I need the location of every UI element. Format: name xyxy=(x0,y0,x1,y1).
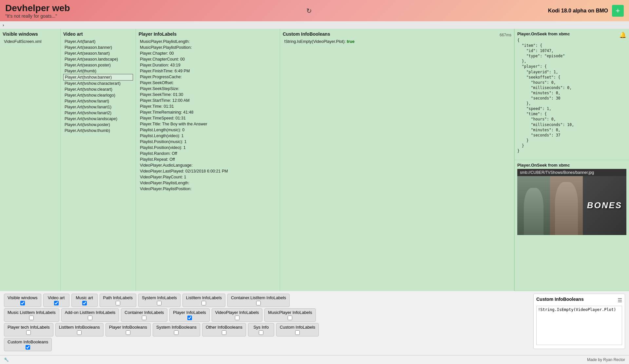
tab-row: Music ListItem InfoLabelsAdd-on ListItem… xyxy=(4,308,319,322)
video-art-item[interactable]: Player.Art(fanart) xyxy=(63,39,133,45)
player-infolabels-item[interactable]: Player.Duration: 43:19 xyxy=(139,62,277,68)
player-infolabels-item[interactable]: VideoPlayer.AudioLanguage: xyxy=(139,162,277,168)
tab-sys-info-checkbox[interactable] xyxy=(259,330,263,335)
tab-system-infobooleans[interactable]: System InfoBooleans xyxy=(153,323,200,337)
tab-musicplayer-infolabels[interactable]: MusicPlayer InfoLabels xyxy=(264,308,315,322)
custom-infobooleans-title: Custom InfoBooleans xyxy=(283,31,330,37)
tab-player-infobooleans-checkbox[interactable] xyxy=(126,330,130,335)
video-art-item[interactable]: Player.Art(season.poster) xyxy=(63,62,133,68)
player-infolabels-item[interactable]: Player.TimeSpeed: 01:31 xyxy=(139,115,277,121)
tab-path-infolabels-checkbox[interactable] xyxy=(116,301,120,305)
tab-container-listitem-infolabels[interactable]: Container.ListItem InfoLabels xyxy=(227,294,290,307)
tab-music-listitem-infolabels[interactable]: Music ListItem InfoLabels xyxy=(4,308,59,322)
tab-listitem-infolabels[interactable]: ListItem InfoLabels xyxy=(182,294,225,307)
tab-videoplayer-infolabels-checkbox[interactable] xyxy=(235,316,239,320)
tab-custom-infolabels-checkbox[interactable] xyxy=(295,330,300,335)
tab-music-art-checkbox[interactable] xyxy=(82,301,87,305)
video-art-item[interactable]: Player.Art(tvshow.fanart1) xyxy=(63,104,133,110)
player-infolabels-item[interactable]: Playlist.Length(video): 1 xyxy=(139,133,277,139)
tab-addon-listitem-infolabels-checkbox[interactable] xyxy=(88,316,92,320)
tab-sys-info[interactable]: Sys Info xyxy=(248,323,274,337)
visible-windows-title: Visible windows xyxy=(3,31,58,37)
player-infolabels-item[interactable]: VideoPlayer.PlayCount: 1 xyxy=(139,174,277,180)
tab-player-infolabels[interactable]: Player InfoLabels xyxy=(169,308,209,322)
bell-icon[interactable]: 🔔 xyxy=(619,31,626,39)
tab-custom-infobooleans[interactable]: Custom InfoBooleans xyxy=(4,338,52,351)
video-art-item[interactable]: Player.Art(tvshow.landscape) xyxy=(63,116,133,122)
char-body-2 xyxy=(555,182,578,235)
tab-videoplayer-infolabels[interactable]: VideoPlayer InfoLabels xyxy=(212,308,262,322)
app-subtitle: "It's not really for goats..." xyxy=(5,13,70,19)
tab-system-infolabels[interactable]: System InfoLabels xyxy=(138,294,181,307)
player-infolabels-item[interactable]: Playlist.Length(music): 0 xyxy=(139,127,277,133)
player-infolabels-item[interactable]: VideoPlayer.LastPlayed: 02/13/2018 6:00:… xyxy=(139,168,277,174)
video-art-item[interactable]: Player.Art(tvshow.fanart) xyxy=(63,98,133,104)
tab-video-art[interactable]: Video art xyxy=(43,294,69,307)
tab-listitem-infolabels-checkbox[interactable] xyxy=(201,301,206,305)
player-infolabels-item[interactable]: Player.ProgressCache: xyxy=(139,74,277,80)
player-infolabels-item[interactable]: VideoPlayer.PlaylistLength: xyxy=(139,180,277,186)
player-infolabels-item[interactable]: MusicPlayer.PlaylistLength: xyxy=(139,39,277,45)
tab-path-infolabels[interactable]: Path InfoLabels xyxy=(100,294,136,307)
player-infolabels-item[interactable]: Playlist.Position(music): 1 xyxy=(139,139,277,145)
tab-other-infobooleans[interactable]: Other InfoBooleans xyxy=(202,323,246,337)
player-infolabels-item[interactable]: Player.SeekStepSize: xyxy=(139,86,277,92)
video-art-item[interactable]: Player.Art(thumb) xyxy=(63,68,133,74)
video-art-item[interactable]: Player.Art(tvshow.poster) xyxy=(63,122,133,128)
tab-player-infobooleans[interactable]: Player InfoBooleans xyxy=(105,323,151,337)
video-art-item[interactable]: Player.Art(tvshow.clearlogo) xyxy=(63,92,133,98)
add-button[interactable]: + xyxy=(612,5,624,17)
player-infolabels-item[interactable]: Player.Chapter: 00 xyxy=(139,50,277,56)
refresh-icon[interactable]: ↻ xyxy=(306,7,312,15)
tab-container-listitem-infolabels-checkbox[interactable] xyxy=(256,301,261,305)
player-infolabels-item[interactable]: Playlist.Repeat: Off xyxy=(139,156,277,162)
tab-music-art[interactable]: Music art xyxy=(71,294,98,307)
filter-icon[interactable]: ☰ xyxy=(618,297,622,303)
cib-textarea[interactable]: !String.IsEmpty(VideoPlayer.Plot) xyxy=(536,306,622,345)
video-art-item[interactable]: Player.Art(tvshow.banner) xyxy=(63,74,133,81)
player-infolabels-item[interactable]: Playlist.Random: Off xyxy=(139,151,277,156)
player-infolabels-item[interactable]: Player.SeekTime: 01:30 xyxy=(139,92,277,98)
tab-music-listitem-infolabels-checkbox[interactable] xyxy=(29,316,34,320)
tab-custom-infobooleans-checkbox[interactable] xyxy=(26,345,30,350)
tab-listitem-infobooleans-checkbox[interactable] xyxy=(77,330,82,335)
video-art-item[interactable]: Player.Art(tvshow.fanart2) xyxy=(63,110,133,116)
infobooleans-value: true xyxy=(347,39,355,44)
video-art-item[interactable]: Player.Art(tvshow.clearart) xyxy=(63,86,133,92)
tab-player-tech-infolabels-checkbox[interactable] xyxy=(26,330,31,335)
player-infolabels-item[interactable]: Playlist.Position(video): 1 xyxy=(139,145,277,151)
player-infolabels-item[interactable]: Player.Title: The Boy with the Answer xyxy=(139,121,277,127)
player-infolabels-item[interactable]: MusicPlayer.PlaylistPosition: xyxy=(139,45,277,50)
tab-visible-windows-checkbox[interactable] xyxy=(20,301,25,305)
tab-other-infobooleans-checkbox[interactable] xyxy=(222,330,226,335)
video-art-item[interactable]: Player.Art(tvshow.thumb) xyxy=(63,128,133,134)
player-infolabels-item[interactable]: Player.ChapterCount: 00 xyxy=(139,56,277,62)
tab-system-infolabels-checkbox[interactable] xyxy=(157,301,162,305)
tab-label: System InfoLabels xyxy=(142,295,177,300)
tab-video-art-checkbox[interactable] xyxy=(54,301,59,305)
tab-visible-windows[interactable]: Visible windows xyxy=(4,294,41,307)
tab-player-tech-infolabels[interactable]: Player tech InfoLabels xyxy=(4,323,53,337)
tab-container-infolabels[interactable]: Container InfoLabels xyxy=(121,308,167,322)
tab-musicplayer-infolabels-checkbox[interactable] xyxy=(288,316,292,320)
player-infolabels-item[interactable]: Player.Time: 01:31 xyxy=(139,103,277,109)
player-infolabels-item[interactable]: Player.SeekOffset: xyxy=(139,80,277,86)
visible-windows-item[interactable]: VideoFullScreen.xml xyxy=(3,39,58,45)
tab-player-infolabels-checkbox[interactable] xyxy=(187,316,192,320)
tab-system-infobooleans-checkbox[interactable] xyxy=(174,330,179,335)
video-art-item[interactable]: Player.Art(season.banner) xyxy=(63,45,133,50)
tab-addon-listitem-infolabels[interactable]: Add-on ListItem InfoLabels xyxy=(61,308,119,322)
player-infolabels-item[interactable]: Player.StartTime: 12:00 AM xyxy=(139,98,277,103)
tab-container-infolabels-checkbox[interactable] xyxy=(142,316,146,320)
breadcrumb: › xyxy=(0,21,629,29)
tab-listitem-infobooleans[interactable]: ListItem InfoBooleans xyxy=(55,323,104,337)
video-art-item[interactable]: Player.Art(season.landscape) xyxy=(63,56,133,62)
player-infolabels-item[interactable]: Player.FinishTime: 6:49 PM xyxy=(139,68,277,74)
video-art-item[interactable]: Player.Art(tvshow.characterart) xyxy=(63,81,133,86)
video-art-item[interactable]: Player.Art(season.fanart) xyxy=(63,50,133,56)
player-infolabels-item[interactable]: VideoPlayer.PlaylistPosition: xyxy=(139,186,277,192)
player-infolabels-title: Player InfoLabels xyxy=(139,31,277,37)
player-infolabels-item[interactable]: Player.TimeRemaining: 41:48 xyxy=(139,109,277,115)
footer: 🔧 Made by Ryan Rector xyxy=(0,355,629,364)
tab-custom-infolabels[interactable]: Custom InfoLabels xyxy=(276,323,319,337)
